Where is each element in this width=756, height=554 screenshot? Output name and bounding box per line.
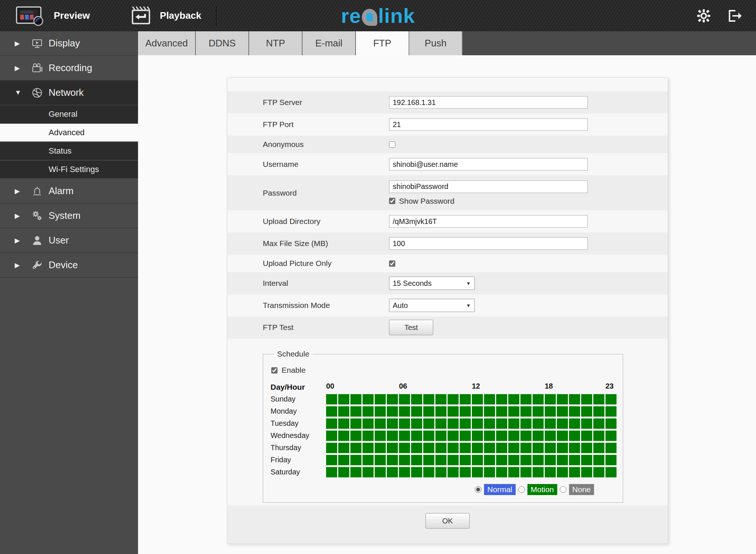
tab-ddns[interactable]: DDNS [196,31,249,55]
schedule-cell[interactable] [569,443,580,453]
schedule-cell[interactable] [605,455,617,465]
schedule-type-chip-none[interactable]: None [569,484,594,495]
schedule-cell[interactable] [460,443,471,453]
schedule-cell[interactable] [338,455,349,465]
schedule-cell[interactable] [520,394,531,404]
schedule-cell[interactable] [569,406,580,417]
sidebar-subitem-general[interactable]: General [0,105,138,124]
schedule-cell[interactable] [399,394,410,404]
schedule-cell[interactable] [387,443,398,453]
schedule-cell[interactable] [435,406,446,417]
schedule-cell[interactable] [545,455,556,465]
upload-picture-only-checkbox[interactable] [389,260,395,267]
sidebar-item-alarm[interactable]: ▶ Alarm [0,179,138,204]
schedule-cell[interactable] [569,394,580,404]
schedule-type-chip-normal[interactable]: Normal [484,484,516,495]
schedule-cell[interactable] [423,406,434,417]
schedule-type-radio-none[interactable] [560,486,566,493]
schedule-cell[interactable] [363,418,374,429]
schedule-cell[interactable] [508,443,519,453]
schedule-cell[interactable] [581,431,592,441]
schedule-cell[interactable] [496,406,507,417]
anonymous-checkbox[interactable] [389,141,395,148]
schedule-cell[interactable] [423,455,434,465]
schedule-cell[interactable] [484,394,495,404]
schedule-cell[interactable] [508,406,519,417]
schedule-cell[interactable] [533,443,544,453]
schedule-cell[interactable] [593,467,604,477]
schedule-cell[interactable] [545,443,556,453]
schedule-cell[interactable] [448,406,459,417]
schedule-cell[interactable] [520,431,531,441]
schedule-cell[interactable] [411,443,422,453]
schedule-cell[interactable] [593,406,604,417]
schedule-cell[interactable] [605,443,617,453]
schedule-cell[interactable] [350,443,361,453]
schedule-type-radio-normal[interactable] [475,486,481,493]
sidebar-item-recording[interactable]: ▶ Recording [0,56,138,81]
schedule-cell[interactable] [472,406,483,417]
schedule-cell[interactable] [533,455,544,465]
preview-nav[interactable]: Preview [15,6,90,26]
schedule-cell[interactable] [472,431,483,441]
schedule-cell[interactable] [411,455,422,465]
schedule-cell[interactable] [338,431,349,441]
schedule-cell[interactable] [605,431,617,441]
schedule-cell[interactable] [569,418,580,429]
schedule-cell[interactable] [581,455,592,465]
show-password-checkbox[interactable] [389,198,395,204]
schedule-cell[interactable] [593,431,604,441]
schedule-cell[interactable] [557,406,568,417]
schedule-cell[interactable] [375,467,386,477]
schedule-cell[interactable] [435,418,446,429]
settings-gear-icon[interactable] [696,8,711,23]
schedule-cell[interactable] [545,431,556,441]
schedule-cell[interactable] [557,443,568,453]
interval-select[interactable]: 15 Seconds ▼ [389,277,475,290]
schedule-cell[interactable] [557,467,568,477]
schedule-cell[interactable] [605,406,617,417]
schedule-cell[interactable] [399,406,410,417]
schedule-cell[interactable] [484,443,495,453]
schedule-cell[interactable] [399,467,410,477]
schedule-cell[interactable] [387,406,398,417]
schedule-cell[interactable] [460,431,471,441]
schedule-cell[interactable] [533,431,544,441]
schedule-cell[interactable] [508,455,519,465]
schedule-cell[interactable] [326,443,337,453]
schedule-cell[interactable] [350,455,361,465]
schedule-cell[interactable] [484,467,495,477]
schedule-cell[interactable] [520,418,531,429]
schedule-cell[interactable] [545,467,556,477]
schedule-cell[interactable] [581,467,592,477]
schedule-cell[interactable] [375,455,386,465]
schedule-cell[interactable] [399,443,410,453]
schedule-cell[interactable] [448,394,459,404]
schedule-cell[interactable] [363,406,374,417]
transmission-mode-select[interactable]: Auto ▼ [389,299,475,312]
schedule-cell[interactable] [326,455,337,465]
schedule-cell[interactable] [496,431,507,441]
schedule-cell[interactable] [375,431,386,441]
schedule-cell[interactable] [338,443,349,453]
schedule-cell[interactable] [520,467,531,477]
schedule-cell[interactable] [484,418,495,429]
schedule-cell[interactable] [557,431,568,441]
schedule-cell[interactable] [326,467,337,477]
schedule-cell[interactable] [460,406,471,417]
schedule-cell[interactable] [460,394,471,404]
sidebar-subitem-status[interactable]: Status [0,142,138,161]
schedule-cell[interactable] [423,394,434,404]
sidebar-subitem-advanced[interactable]: Advanced [0,124,138,142]
schedule-cell[interactable] [533,406,544,417]
schedule-cell[interactable] [581,406,592,417]
schedule-cell[interactable] [472,443,483,453]
max-file-size-input[interactable] [389,237,588,250]
schedule-cell[interactable] [496,443,507,453]
schedule-cell[interactable] [460,455,471,465]
schedule-cell[interactable] [520,406,531,417]
schedule-cell[interactable] [484,455,495,465]
schedule-cell[interactable] [435,467,446,477]
schedule-cell[interactable] [593,443,604,453]
schedule-cell[interactable] [387,431,398,441]
